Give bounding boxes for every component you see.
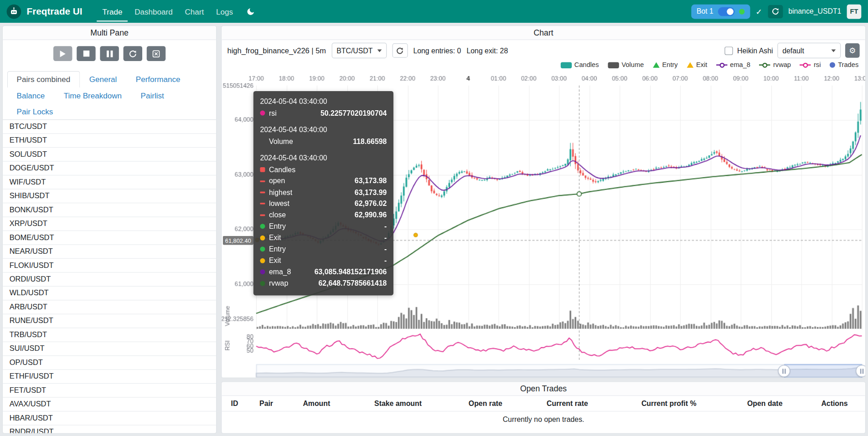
pair-list-item-trb-usdt[interactable]: TRB/USDT [3, 328, 216, 342]
pair-list-item-sui-usdt[interactable]: SUI/USDT [3, 342, 216, 356]
chevron-down-icon [831, 49, 836, 52]
rvwap-legend-swatch-icon [760, 64, 770, 65]
freqtrade-robot-logo-icon[interactable] [7, 4, 21, 19]
legend-item-candles[interactable]: Candles [560, 61, 599, 69]
tooltip-series-label: Entry [269, 244, 286, 254]
chart-panel: Chart high_frog_binance_v226 | 5m BTC/US… [221, 26, 866, 378]
app-title[interactable]: Freqtrade UI [27, 6, 83, 17]
nav-item-dashboard[interactable]: Dashboard [129, 1, 178, 21]
navbar-menu: TradeDashboardChartLogs [97, 1, 238, 21]
pair-list-item-eth-usdt[interactable]: ETH/USDT [3, 134, 216, 148]
legend-ring-icon [719, 63, 724, 68]
chart-tooltip: 2024-05-04 03:40:00rsi50.225770201907042… [253, 91, 393, 295]
legend-item-entry[interactable]: Entry [653, 61, 678, 69]
bot-run-toggle[interactable] [718, 7, 735, 16]
pause-bot-button[interactable] [100, 46, 119, 61]
pair-list-item-rune-usdt[interactable]: RUNE/USDT [3, 314, 216, 328]
tooltip-series-value: 62,648.75785661418 [310, 278, 387, 288]
tooltip-series-value: - [377, 256, 387, 266]
pair-list-item-fet-usdt[interactable]: FET/USDT [3, 384, 216, 397]
ema-8-legend-swatch-icon [716, 64, 727, 65]
pair-list-item-avax-usdt[interactable]: AVAX/USDT [3, 398, 216, 411]
pair-list-item-ordi-usdt[interactable]: ORDI/USDT [3, 272, 216, 286]
pair-list-item-ethfi-usdt[interactable]: ETHFI/USDT [3, 370, 216, 384]
exchange-account-label: binance_USDT1 [788, 7, 841, 15]
exit-legend-swatch-icon [687, 62, 693, 68]
tab-time-breakdown[interactable]: Time Breakdown [54, 87, 131, 104]
stop-bot-button[interactable] [77, 46, 95, 61]
nav-item-logs[interactable]: Logs [211, 1, 238, 21]
pair-select[interactable]: BTC/USDT [331, 43, 387, 58]
rsi-legend-swatch-icon [800, 64, 811, 65]
series-marker-icon [260, 167, 265, 172]
start-bot-button[interactable] [53, 46, 72, 61]
legend-item-trades[interactable]: Trades [830, 61, 858, 69]
user-avatar[interactable]: FT [847, 4, 862, 19]
bot-controls [3, 40, 216, 68]
tooltip-series-value: 118.66598 [345, 137, 387, 147]
plot-config-select[interactable]: default [777, 43, 841, 58]
tab-pairlist[interactable]: Pairlist [131, 87, 174, 104]
trades-column-open-rate: Open rate [448, 396, 523, 411]
pair-list-item-near-usdt[interactable]: NEAR/USDT [3, 245, 216, 259]
trades-column-id: ID [222, 396, 247, 411]
pair-list-item-rndr-usdt[interactable]: RNDR/USDT [3, 426, 216, 433]
pair-list-item-shib-usdt[interactable]: SHIB/USDT [3, 190, 216, 203]
pair-list-item-arb-usdt[interactable]: ARB/USDT [3, 300, 216, 314]
legend-item-volume[interactable]: Volume [608, 61, 644, 69]
tab-performance[interactable]: Performance [126, 71, 190, 88]
nav-item-chart[interactable]: Chart [179, 1, 209, 21]
tooltip-series-value: 63,085.948152171906 [307, 267, 387, 277]
bot-selector[interactable]: Bot 1 [691, 4, 750, 19]
pair-list-item-bome-usdt[interactable]: BOME/USDT [3, 231, 216, 245]
trades-column-actions: Actions [804, 396, 865, 411]
tab-pair-locks[interactable]: Pair Locks [7, 103, 62, 120]
pair-list-item-xrp-usdt[interactable]: XRP/USDT [3, 217, 216, 231]
theme-toggle-icon[interactable] [246, 7, 255, 16]
tooltip-series-label: Entry [269, 221, 286, 231]
pause-icon [106, 50, 108, 57]
tooltip-series-label: Candles [269, 165, 295, 175]
legend-item-exit[interactable]: Exit [687, 61, 707, 69]
pair-list-item-btc-usdt[interactable]: BTC/USDT [3, 120, 216, 133]
legend-item-rsi[interactable]: rsi [800, 61, 821, 69]
pair-list-item-hbar-usdt[interactable]: HBAR/USDT [3, 411, 216, 425]
refresh-chart-button[interactable] [392, 43, 408, 58]
series-marker-icon [260, 258, 265, 263]
tooltip-series-label: lowest [269, 199, 289, 209]
pair-list-item-wif-usdt[interactable]: WIF/USDT [3, 175, 216, 189]
tooltip-series-label: rsi [269, 108, 277, 118]
pair-list-item-op-usdt[interactable]: OP/USDT [3, 356, 216, 369]
tooltip-row-candles: Candles [260, 165, 387, 175]
pair-list-item-bonk-usdt[interactable]: BONK/USDT [3, 203, 216, 217]
tab-pairs-combined[interactable]: Pairs combined [7, 71, 80, 88]
tab-general[interactable]: General [80, 71, 126, 88]
pair-list-item-sol-usdt[interactable]: SOL/USDT [3, 148, 216, 161]
plot-settings-button[interactable]: ⚙ [845, 43, 860, 58]
series-marker-icon [260, 269, 265, 274]
reload-config-button[interactable] [124, 46, 142, 61]
legend-ring-icon [803, 63, 808, 68]
pair-list-item-floki-usdt[interactable]: FLOKI/USDT [3, 259, 216, 272]
tooltip-row-entry: Entry- [260, 244, 387, 254]
reload-bot-button[interactable] [768, 5, 783, 18]
legend-item-rvwap[interactable]: rvwap [760, 61, 791, 69]
legend-item-ema-8[interactable]: ema_8 [716, 61, 750, 69]
cancel-open-orders-button[interactable] [147, 46, 165, 61]
tab-balance[interactable]: Balance [7, 87, 54, 104]
pair-list-item-wld-usdt[interactable]: WLD/USDT [3, 287, 216, 300]
tooltip-series-value: 62,990.96 [347, 210, 387, 220]
tooltip-series-label: Exit [269, 256, 281, 266]
tooltip-series-value: - [377, 233, 387, 243]
tooltip-series-label: ema_8 [269, 267, 291, 277]
refresh-icon [396, 47, 403, 54]
series-marker-icon [260, 224, 265, 229]
heikin-ashi-checkbox[interactable] [724, 46, 733, 55]
datazoom-handle-right[interactable] [856, 365, 866, 377]
tooltip-row-rsi: rsi50.22577020190704 [260, 108, 387, 118]
tooltip-series-label: Volume [269, 137, 293, 147]
chart-area: 61,802.40 2024-05-04 03:40:00rsi50.22577… [222, 70, 865, 378]
nav-item-trade[interactable]: Trade [97, 1, 128, 21]
legend-label: Candles [574, 61, 599, 69]
pair-list-item-doge-usdt[interactable]: DOGE/USDT [3, 162, 216, 175]
